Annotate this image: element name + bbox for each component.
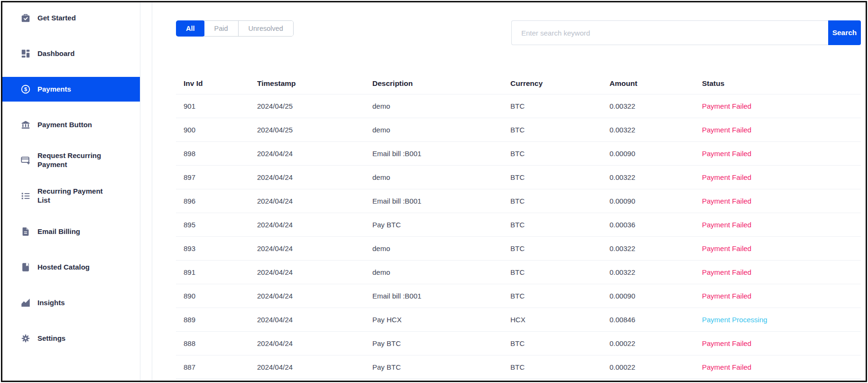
table-row[interactable]: 8962024/04/24Email bill :B001BTC0.00090P…	[176, 189, 861, 213]
cell-description: Email bill :B001	[372, 149, 510, 158]
status-badge: Payment Failed	[702, 102, 861, 110]
cell-currency: BTC	[510, 363, 609, 371]
search-input[interactable]	[511, 20, 828, 45]
cell-inv_id: 901	[184, 102, 257, 110]
cell-inv_id: 896	[184, 197, 257, 205]
cell-currency: BTC	[510, 221, 609, 229]
filter-tab-paid[interactable]: Paid	[204, 21, 238, 36]
list-icon	[20, 191, 31, 201]
table-body: 9012024/04/25demoBTC0.00322Payment Faile…	[176, 94, 861, 379]
cell-inv_id: 890	[184, 292, 257, 300]
main-content: AllPaidUnresolved Search Inv IdTimestamp…	[152, 2, 866, 381]
svg-text:$: $	[24, 86, 27, 92]
table-row[interactable]: 8952024/04/24Pay BTCBTC0.00036Payment Fa…	[176, 213, 861, 236]
cell-timestamp: 2024/04/24	[257, 221, 372, 229]
cell-description: Email bill :B001	[372, 197, 510, 205]
sidebar-item-recurring-payment-list[interactable]: Recurring Payment List	[2, 184, 140, 208]
cell-currency: BTC	[510, 268, 609, 276]
cell-timestamp: 2024/04/24	[257, 316, 372, 324]
cell-currency: BTC	[510, 173, 609, 181]
column-header: Timestamp	[257, 79, 372, 88]
sidebar-item-settings[interactable]: Settings	[2, 326, 140, 351]
sidebar-item-label: Insights	[37, 299, 65, 308]
search-button[interactable]: Search	[828, 20, 861, 45]
cell-timestamp: 2024/04/24	[257, 292, 372, 300]
sidebar-item-payments[interactable]: $Payments	[2, 77, 140, 102]
cell-currency: BTC	[510, 197, 609, 205]
filter-tab-group: AllPaidUnresolved	[176, 20, 294, 37]
cell-amount: 0.00322	[609, 173, 702, 181]
sidebar-scroll-gutter	[140, 2, 152, 381]
chart-icon	[20, 298, 31, 308]
table-header-row: Inv IdTimestampDescriptionCurrencyAmount…	[176, 73, 861, 94]
toolbar: AllPaidUnresolved Search	[176, 20, 861, 45]
column-header: Status	[702, 79, 861, 88]
bank-icon	[20, 120, 31, 130]
sidebar-item-label: Get Started	[37, 14, 76, 23]
table-row[interactable]: 8912024/04/24demoBTC0.00322Payment Faile…	[176, 260, 861, 284]
sidebar-item-email-billing[interactable]: Email Billing	[2, 219, 140, 244]
table-row[interactable]: 8892024/04/24Pay HCXHCX0.00846Payment Pr…	[176, 308, 861, 331]
sidebar-nav: Get StartedDashboard$PaymentsPayment But…	[2, 6, 140, 351]
status-badge: Payment Failed	[702, 149, 861, 158]
status-badge: Payment Failed	[702, 173, 861, 181]
cell-amount: 0.00036	[609, 221, 702, 229]
cell-inv_id: 893	[184, 244, 257, 252]
sidebar-item-label: Email Billing	[37, 227, 80, 236]
filter-tab-unresolved[interactable]: Unresolved	[238, 21, 293, 36]
cell-timestamp: 2024/04/24	[257, 197, 372, 205]
cell-inv_id: 888	[184, 339, 257, 347]
table-row[interactable]: 9002024/04/25demoBTC0.00322Payment Faile…	[176, 118, 861, 141]
sidebar-item-label: Request Recurring Payment	[37, 151, 112, 169]
cell-description: demo	[372, 126, 510, 134]
status-badge: Payment Processing	[702, 316, 861, 324]
cell-currency: BTC	[510, 102, 609, 110]
sidebar-item-label: Hosted Catalog	[37, 263, 90, 272]
table-row[interactable]: 8882024/04/24Pay BTCBTC0.00022Payment Fa…	[176, 331, 861, 355]
sidebar-item-label: Dashboard	[37, 49, 74, 58]
sidebar-item-request-recurring-payment[interactable]: Request Recurring Payment	[2, 148, 140, 173]
table-row[interactable]: 9012024/04/25demoBTC0.00322Payment Faile…	[176, 94, 861, 118]
cell-description: demo	[372, 268, 510, 276]
sidebar-item-payment-button[interactable]: Payment Button	[2, 112, 140, 137]
status-badge: Payment Failed	[702, 197, 861, 205]
cell-amount: 0.00090	[609, 149, 702, 158]
cell-timestamp: 2024/04/24	[257, 339, 372, 347]
status-badge: Payment Failed	[702, 221, 861, 229]
table-row[interactable]: 8982024/04/24Email bill :B001BTC0.00090P…	[176, 141, 861, 165]
status-badge: Payment Failed	[702, 126, 861, 134]
cell-timestamp: 2024/04/24	[257, 268, 372, 276]
document-icon	[20, 226, 31, 237]
cell-amount: 0.00322	[609, 268, 702, 276]
sidebar-item-dashboard[interactable]: Dashboard	[2, 41, 140, 66]
cell-timestamp: 2024/04/24	[257, 363, 372, 371]
sidebar-item-insights[interactable]: Insights	[2, 290, 140, 315]
cell-amount: 0.00022	[609, 363, 702, 371]
cell-amount: 0.00090	[609, 197, 702, 205]
sidebar-item-label: Settings	[37, 334, 65, 343]
search-group: Search	[511, 20, 861, 45]
table-row[interactable]: 8932024/04/24demoBTC0.00322Payment Faile…	[176, 236, 861, 260]
sidebar-item-get-started[interactable]: Get Started	[2, 6, 140, 30]
filter-tab-all[interactable]: All	[176, 20, 205, 37]
card-plus-icon	[20, 155, 31, 166]
cell-timestamp: 2024/04/25	[257, 126, 372, 134]
sidebar-item-label: Payment Button	[37, 121, 92, 130]
cell-currency: BTC	[510, 149, 609, 158]
book-icon	[20, 262, 31, 272]
cell-timestamp: 2024/04/25	[257, 102, 372, 110]
column-header: Currency	[510, 79, 609, 88]
table-row[interactable]: 8902024/04/24Email bill :B001BTC0.00090P…	[176, 284, 861, 308]
sidebar: Get StartedDashboard$PaymentsPayment But…	[2, 2, 140, 381]
briefcase-check-icon	[20, 13, 31, 23]
cell-timestamp: 2024/04/24	[257, 149, 372, 158]
cell-description: Pay HCX	[372, 316, 510, 324]
table-row[interactable]: 8872024/04/24Pay BTCBTC0.00022Payment Fa…	[176, 355, 861, 379]
cell-inv_id: 897	[184, 173, 257, 181]
table-row[interactable]: 8972024/04/24demoBTC0.00322Payment Faile…	[176, 165, 861, 189]
cell-currency: BTC	[510, 244, 609, 252]
status-badge: Payment Failed	[702, 244, 861, 252]
cell-amount: 0.00090	[609, 292, 702, 300]
sidebar-item-hosted-catalog[interactable]: Hosted Catalog	[2, 255, 140, 280]
cell-description: demo	[372, 244, 510, 252]
